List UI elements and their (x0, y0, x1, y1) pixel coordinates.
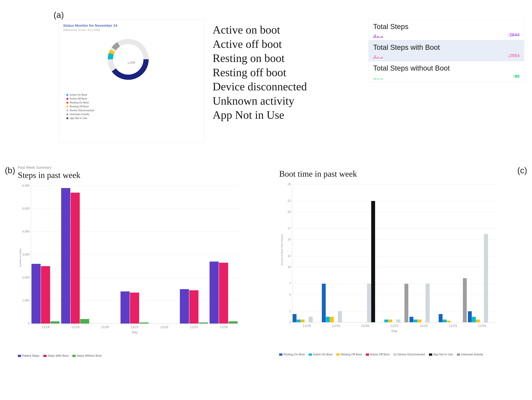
bar (139, 322, 148, 324)
svg-text:4,000: 4,000 (22, 230, 30, 233)
right-legend-item: Device disconnected (213, 80, 359, 94)
svg-text:11/22: 11/22 (419, 324, 428, 327)
bar (405, 284, 408, 322)
mini-bar (382, 57, 383, 59)
mini-bar (382, 36, 383, 38)
svg-text:20: 20 (288, 210, 291, 213)
bar (338, 311, 342, 322)
bar (443, 319, 447, 322)
svg-text:11/24: 11/24 (220, 325, 228, 329)
bar (371, 201, 375, 322)
svg-text:15: 15 (288, 238, 291, 241)
bar (367, 284, 371, 322)
steps-chart-container: Past Week Summary Steps in past week Num… (18, 164, 268, 388)
svg-text:11/23: 11/23 (190, 325, 198, 329)
mini-bar (374, 78, 375, 79)
bar (476, 319, 480, 322)
svg-text:2,000: 2,000 (22, 276, 30, 279)
steps-card-title: Total Steps (373, 23, 519, 31)
mini-bar (376, 58, 377, 59)
bar (472, 317, 476, 322)
right-legend-item: App Not in Use (213, 108, 359, 122)
svg-text:11/20: 11/20 (101, 325, 109, 329)
bar (71, 193, 80, 324)
svg-point-6 (114, 45, 143, 74)
svg-text:5,000: 5,000 (22, 207, 30, 210)
mini-bar (376, 79, 377, 79)
bar (180, 289, 189, 324)
bar (297, 319, 301, 322)
svg-text:7: 7 (289, 282, 291, 285)
legend-item: Active On Boot (309, 353, 332, 356)
legend-item: Resting Off Boot (66, 105, 200, 108)
mini-bars (373, 53, 383, 59)
bar (439, 314, 443, 322)
mini-bar (380, 79, 381, 79)
svg-text:22: 22 (288, 199, 291, 202)
svg-text:10: 10 (288, 265, 291, 269)
bar (80, 319, 89, 324)
svg-text:25: 25 (288, 183, 291, 186)
legend-item: Resting On Boot (66, 101, 200, 104)
legend-item: Patient Steps (18, 354, 39, 357)
bar (468, 311, 472, 322)
legend-item: Device Disconnected (66, 109, 200, 112)
svg-text:0: 0 (289, 320, 291, 324)
svg-text:11/21: 11/21 (131, 325, 139, 329)
bar (388, 319, 392, 322)
boot-y-axis-label: Amount of Boot Time (hours) (280, 234, 283, 266)
bar (41, 266, 50, 324)
mini-bar (380, 57, 381, 59)
svg-text:11/19: 11/19 (71, 325, 79, 329)
bar (484, 234, 488, 322)
right-legend-item: Active off boot (213, 37, 359, 51)
mini-bar (373, 79, 374, 79)
steps-card: Total Steps without Boot↑90 (368, 61, 524, 82)
svg-text:11/18: 11/18 (42, 325, 50, 329)
bar (199, 322, 208, 324)
svg-text:2: 2 (289, 309, 291, 313)
bar (189, 290, 198, 324)
bar (410, 317, 413, 322)
bar (51, 321, 60, 324)
status-legend: Active On BootActive Off BootResting On … (63, 94, 200, 120)
steps-cards-section: Total Steps↑2644Total Steps with Boot↓25… (368, 19, 524, 82)
svg-text:0: 0 (28, 322, 30, 325)
mini-bar (378, 56, 379, 59)
steps-card-title: Total Steps without Boot (373, 64, 519, 72)
legend-item: Unknown Activity (457, 353, 483, 356)
boot-chart-title: Boot time in past week (279, 169, 526, 179)
past-week-label: Past Week Summary (18, 165, 268, 170)
mini-bar (374, 55, 375, 59)
mini-bar (374, 35, 375, 38)
svg-text:11/21: 11/21 (390, 324, 399, 327)
bar (309, 317, 313, 322)
steps-value: ↑2644 (507, 32, 519, 38)
bar (425, 284, 430, 322)
bar (219, 263, 228, 324)
legend-item: Device Disconnected (393, 353, 425, 356)
svg-text:6,000: 6,000 (22, 184, 30, 187)
svg-text:11/24: 11/24 (478, 324, 486, 327)
bar (120, 292, 130, 324)
steps-card: Total Steps with Boot↓2554 (368, 40, 524, 61)
steps-card: Total Steps↑2644 (368, 19, 524, 40)
legend-item: Resting Off Boot (336, 353, 362, 356)
bar (209, 262, 219, 324)
bar (396, 319, 400, 322)
mini-bar (379, 58, 380, 59)
bar (130, 293, 139, 324)
steps-card-title: Total Steps with Boot (373, 43, 519, 51)
mini-bar (380, 37, 381, 38)
steps-value: ↓2554 (507, 53, 519, 58)
steps-chart-title: Steps in past week (18, 170, 268, 180)
legend-item: Unknown Activity (66, 113, 200, 116)
legend-item: Active Off Boot (366, 353, 390, 356)
donut-center-label: LOW (128, 61, 135, 65)
legend-item: Active Off Boot (66, 97, 200, 100)
mini-bar (378, 36, 379, 38)
bar (61, 188, 70, 324)
boot-chart-container: Boot time in past week Amount of Boot Ti… (279, 164, 526, 388)
legend-item: Steps With Boot (43, 354, 69, 357)
bar (322, 284, 326, 322)
